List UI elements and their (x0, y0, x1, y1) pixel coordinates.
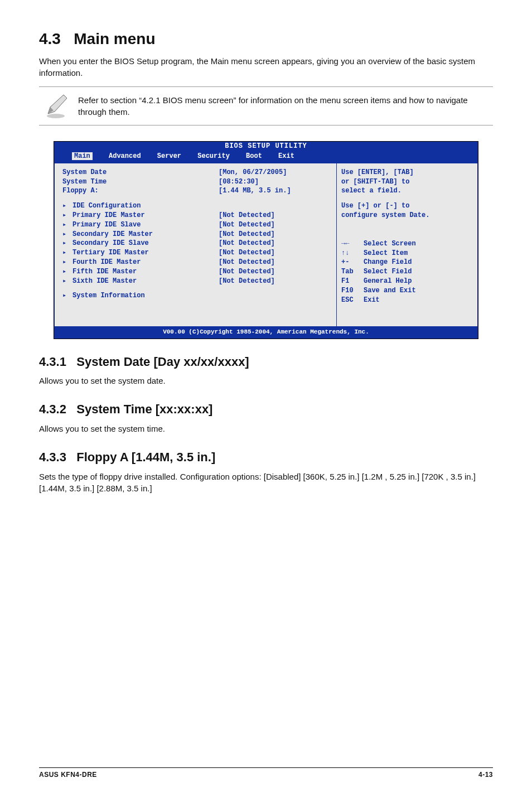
menu-label: Primary IDE Master (72, 211, 219, 220)
nav-key: F1 (341, 277, 364, 286)
field-value: [1.44 MB, 3.5 in.] (219, 186, 331, 196)
submenu-arrow-icon: ▸ (62, 239, 72, 248)
bios-tab-bar: Main Advanced Server Security Boot Exit (54, 151, 478, 163)
help-text-line: Use [ENTER], [TAB] (341, 168, 470, 177)
field-value: [08:52:30] (219, 177, 331, 187)
menu-label: Tertiary IDE Master (72, 248, 219, 258)
menu-fifth-ide-master[interactable]: ▸ Fifth IDE Master [Not Detected] (62, 267, 331, 277)
nav-label: Select Item (364, 249, 408, 258)
submenu-arrow-icon: ▸ (62, 248, 72, 258)
menu-fourth-ide-master[interactable]: ▸ Fourth IDE Master [Not Detected] (62, 258, 331, 267)
menu-label: System Information (72, 291, 219, 301)
submenu-arrow-icon: ▸ (62, 277, 72, 286)
submenu-arrow-icon: ▸ (62, 201, 72, 211)
menu-ide-config[interactable]: ▸ IDE Configuration (62, 201, 331, 211)
section-title: System Time [xx:xx:xx] (76, 402, 212, 416)
section-heading: 4.3.3 Floppy A [1.44M, 3.5 in.] (39, 449, 493, 466)
help-text-line: or [SHIFT-TAB] to (341, 177, 470, 187)
intro-paragraph: When you enter the BIOS Setup program, t… (39, 55, 493, 79)
nav-label: Exit (364, 296, 380, 305)
nav-row: +-Change Field (341, 258, 470, 267)
section-body: Sets the type of floppy drive installed.… (39, 471, 493, 494)
nav-key: ↑↓ (341, 249, 364, 258)
help-text-line: configure system Date. (341, 211, 470, 220)
field-value: [Mon, 06/27/2005] (219, 168, 331, 177)
nav-row: ↑↓Select Item (341, 249, 470, 258)
menu-value: [Not Detected] (219, 220, 331, 230)
menu-value: [Not Detected] (219, 248, 331, 258)
help-text-line: select a field. (341, 186, 470, 196)
footer-left: ASUS KFN4-DRE (39, 770, 97, 780)
menu-label: Secondary IDE Master (72, 230, 219, 239)
bios-footer: V00.00 (C)Copyright 1985-2004, American … (54, 327, 478, 338)
page-footer: ASUS KFN4-DRE 4-13 (39, 767, 493, 780)
tab-security[interactable]: Security (197, 152, 230, 160)
section-title: Floppy A [1.44M, 3.5 in.] (76, 450, 215, 464)
nav-key: ESC (341, 296, 364, 305)
menu-value: [Not Detected] (219, 267, 331, 277)
svg-point-0 (47, 114, 65, 118)
nav-label: Select Field (364, 267, 412, 277)
menu-label: Fifth IDE Master (72, 267, 219, 277)
menu-primary-ide-master[interactable]: ▸ Primary IDE Master [Not Detected] (62, 211, 331, 220)
nav-label: Select Screen (364, 239, 416, 249)
section-body: Allows you to set the system date. (39, 375, 493, 386)
field-label: System Time (62, 177, 219, 187)
nav-row: ESCExit (341, 296, 470, 305)
tab-server[interactable]: Server (157, 152, 181, 160)
field-label: System Date (62, 168, 219, 177)
menu-label: IDE Configuration (72, 201, 219, 211)
section-number: 4.3 (39, 30, 61, 47)
bios-left-pane: System Date [Mon, 06/27/2005] System Tim… (54, 163, 337, 327)
menu-label: Secondary IDE Slave (72, 239, 219, 248)
nav-label: General Help (364, 277, 412, 286)
footer-right: 4-13 (478, 770, 493, 780)
submenu-arrow-icon: ▸ (62, 230, 72, 239)
nav-label: Change Field (364, 258, 412, 267)
submenu-arrow-icon: ▸ (62, 267, 72, 277)
field-system-date[interactable]: System Date [Mon, 06/27/2005] (62, 168, 331, 177)
tab-main[interactable]: Main (72, 152, 93, 160)
field-system-time[interactable]: System Time [08:52:30] (62, 177, 331, 187)
submenu-arrow-icon: ▸ (62, 220, 72, 230)
note-block: Refer to section “4.2.1 BIOS menu screen… (39, 86, 493, 125)
menu-secondary-ide-master[interactable]: ▸ Secondary IDE Master [Not Detected] (62, 230, 331, 239)
bios-help-pane: Use [ENTER], [TAB] or [SHIFT-TAB] to sel… (337, 163, 478, 327)
menu-primary-ide-slave[interactable]: ▸ Primary IDE Slave [Not Detected] (62, 220, 331, 230)
menu-label: Primary IDE Slave (72, 220, 219, 230)
tab-boot[interactable]: Boot (246, 152, 262, 160)
nav-key: →← (341, 239, 364, 249)
nav-help: →←Select Screen ↑↓Select Item +-Change F… (341, 239, 470, 305)
menu-tertiary-ide-master[interactable]: ▸ Tertiary IDE Master [Not Detected] (62, 248, 331, 258)
section-number: 4.3.1 (39, 355, 66, 369)
section-body: Allows you to set the system time. (39, 423, 493, 434)
menu-value: [Not Detected] (219, 258, 331, 267)
nav-row: F10Save and Exit (341, 286, 470, 296)
bios-screenshot: BIOS SETUP UTILITY Main Advanced Server … (54, 141, 478, 339)
menu-secondary-ide-slave[interactable]: ▸ Secondary IDE Slave [Not Detected] (62, 239, 331, 248)
nav-key: Tab (341, 267, 364, 277)
menu-value: [Not Detected] (219, 239, 331, 248)
section-name: Main menu (74, 30, 155, 47)
menu-value: [Not Detected] (219, 230, 331, 239)
section-title: System Date [Day xx/xx/xxxx] (76, 355, 249, 369)
menu-value: [Not Detected] (219, 211, 331, 220)
submenu-arrow-icon: ▸ (62, 211, 72, 220)
section-heading: 4.3.1 System Date [Day xx/xx/xxxx] (39, 354, 493, 371)
help-text-line: Use [+] or [-] to (341, 201, 470, 211)
field-floppy-a[interactable]: Floppy A: [1.44 MB, 3.5 in.] (62, 186, 331, 196)
menu-system-information[interactable]: ▸ System Information (62, 291, 331, 301)
bios-title: BIOS SETUP UTILITY (54, 142, 478, 151)
nav-key: +- (341, 258, 364, 267)
nav-key: F10 (341, 286, 364, 296)
section-number: 4.3.3 (39, 450, 66, 464)
field-label: Floppy A: (62, 186, 219, 196)
menu-label: Fourth IDE Master (72, 258, 219, 267)
menu-sixth-ide-master[interactable]: ▸ Sixth IDE Master [Not Detected] (62, 277, 331, 286)
tab-exit[interactable]: Exit (278, 152, 294, 160)
tab-advanced[interactable]: Advanced (109, 152, 141, 160)
menu-label: Sixth IDE Master (72, 277, 219, 286)
nav-row: F1General Help (341, 277, 470, 286)
nav-label: Save and Exit (364, 286, 416, 296)
submenu-arrow-icon: ▸ (62, 291, 72, 301)
